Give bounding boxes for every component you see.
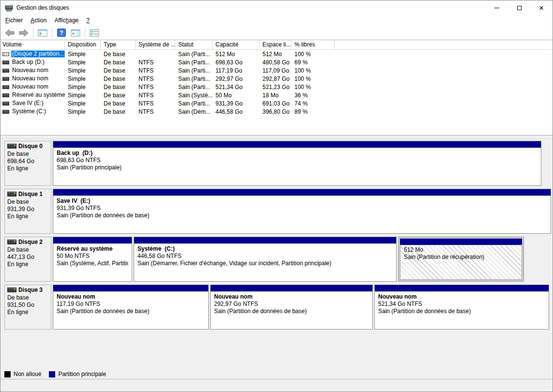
menu-action[interactable]: Action (27, 15, 50, 25)
menu-label-key: ? (86, 17, 90, 24)
cell-capacite: 292,97 Go (213, 75, 260, 83)
table-row[interactable]: (Disque 2 partition... Simple De base Sa… (0, 50, 553, 58)
col-disposition[interactable]: Disposition (65, 40, 101, 49)
cell-capacite: 446,58 Go (213, 107, 260, 116)
legend-label-non-alloue: Non alloué (14, 371, 41, 377)
partition-size: 931,39 Go NTFS (57, 205, 547, 212)
cell-filesystem: NTFS (136, 83, 175, 91)
cell-type: De base (101, 91, 136, 99)
cell-espace: 521,23 Go (260, 83, 292, 91)
cell-filesystem: NTFS (136, 75, 175, 83)
col-filesystem[interactable]: Système de ... (136, 40, 175, 49)
col-type[interactable]: Type (101, 40, 136, 49)
cell-statut: Sain (Dém... (175, 107, 213, 116)
menu-help[interactable]: ? (82, 15, 93, 25)
cell-statut: Sain (Parti... (175, 99, 213, 107)
disk-management-window: Gestion des disques ✕ Fichier Action Aff… (0, 0, 553, 392)
col-volume[interactable]: Volume (0, 40, 65, 49)
cell-type: De base (101, 66, 136, 75)
table-row[interactable]: Nouveau nom Simple De base NTFS Sain (Pa… (0, 66, 553, 75)
partition-nouveau-nom-3[interactable]: Nouveau nom 521,34 Go NTFS Sain (Partiti… (374, 285, 549, 330)
table-row[interactable]: Back up (D:) Simple De base NTFS Sain (P… (0, 58, 553, 66)
partition-name: Système (C:) (138, 245, 393, 253)
pane-splitter[interactable] (0, 135, 553, 139)
svg-text:?: ? (60, 30, 63, 36)
volume-name: Nouveau nom (11, 83, 65, 90)
show-console-tree-button[interactable] (36, 27, 49, 39)
cell-type: De base (101, 83, 136, 91)
table-row[interactable]: Système (C:) Simple De base NTFS Sain (D… (0, 107, 553, 116)
cell-capacite: 521,34 Go (213, 83, 260, 91)
col-pct-libres[interactable]: % libres (292, 40, 335, 49)
cell-capacite: 117,19 Go (213, 66, 260, 75)
help-icon: ? (57, 29, 66, 37)
disk-panel-2[interactable]: Disque 2 De base 447,13 Go En ligne (4, 237, 51, 282)
table-row[interactable]: Réservé au système Simple De base NTFS S… (0, 91, 553, 99)
volume-cell: Back up (D:) (0, 58, 65, 66)
toolbar-separator (85, 28, 85, 38)
volume-table-header: Volume Disposition Type Système de ... S… (0, 40, 553, 50)
table-row[interactable]: Nouveau nom Simple De base NTFS Sain (Pa… (0, 75, 553, 83)
cell-filesystem: NTFS (136, 99, 175, 107)
cell-statut: Sain (Parti... (175, 50, 213, 58)
cell-statut: Sain (Parti... (175, 58, 213, 66)
disk-name: Disque 1 (18, 191, 43, 197)
disk-status: En ligne (7, 213, 48, 220)
cell-libres: 36 % (292, 91, 335, 99)
partition-size: 512 Mo (404, 246, 518, 254)
partition-systeme-c[interactable]: Système (C:) 446,58 Go NTFS Sain (Démarr… (134, 237, 397, 282)
menu-affichage[interactable]: Affichage (50, 15, 82, 25)
cell-libres: 100 % (292, 75, 335, 83)
col-capacite[interactable]: Capacité (213, 40, 260, 49)
volume-name: Back up (D:) (11, 59, 65, 66)
volume-cell: (Disque 2 partition... (0, 50, 65, 58)
col-statut[interactable]: Statut (175, 40, 213, 49)
table-row[interactable]: Nouveau nom Simple De base NTFS Sain (Pa… (0, 83, 553, 91)
volume-cell: Save IV (E:) (0, 99, 65, 107)
forward-button[interactable] (17, 27, 30, 39)
partition-status: Sain (Partition de données de base) (378, 308, 545, 315)
drive-icon (2, 85, 9, 89)
disk-panel-1[interactable]: Disque 1 De base 931,39 Go En ligne (4, 189, 51, 234)
forward-arrow-icon (19, 29, 29, 37)
close-button[interactable]: ✕ (530, 0, 553, 15)
minimize-button[interactable] (486, 0, 508, 15)
partition-save-iv-e[interactable]: Save IV (E:) 931,39 Go NTFS Sain (Partit… (53, 189, 551, 234)
menu-fichier[interactable]: Fichier (1, 15, 27, 25)
maximize-button[interactable] (508, 0, 530, 15)
disk-panel-3[interactable]: Disque 3 De base 931,50 Go En ligne (4, 285, 51, 330)
drive-icon (2, 102, 9, 106)
volume-name: Réservé au système (11, 91, 65, 99)
disk-panel-0[interactable]: Disque 0 De base 698,64 Go En ligne (4, 141, 51, 186)
cell-disposition: Simple (65, 99, 101, 107)
disk-row: Disque 3 De base 931,50 Go En ligne Nouv… (4, 285, 553, 330)
partition-reserve-systeme[interactable]: Réservé au système 50 Mo NTFS Sain (Syst… (53, 237, 132, 282)
col-espace-libre[interactable]: Espace li... (260, 40, 292, 49)
volume-name: Nouveau nom (11, 67, 65, 74)
menu-bar: Fichier Action Affichage ? (0, 15, 553, 26)
properties-button[interactable] (88, 27, 101, 39)
cell-disposition: Simple (65, 75, 101, 83)
back-button[interactable] (3, 27, 16, 39)
partition-size: 446,58 Go NTFS (138, 253, 393, 260)
volume-cell: Nouveau nom (0, 75, 65, 83)
show-action-pane-button[interactable] (69, 27, 82, 39)
cell-disposition: Simple (65, 58, 101, 66)
partition-nouveau-nom-1[interactable]: Nouveau nom 117,19 Go NTFS Sain (Partiti… (53, 285, 209, 330)
disk-size: 447,13 Go (7, 254, 48, 261)
help-button[interactable]: ? (55, 27, 68, 39)
cell-libres: 100 % (292, 50, 335, 58)
cell-filesystem: NTFS (136, 91, 175, 99)
cell-capacite: 698,63 Go (213, 58, 260, 66)
partition-nouveau-nom-2[interactable]: Nouveau nom 292,97 Go NTFS Sain (Partiti… (210, 285, 373, 330)
partition-size: 292,97 Go NTFS (214, 301, 369, 308)
disk-status: En ligne (7, 309, 48, 316)
partition-size: 50 Mo NTFS (57, 253, 128, 260)
partition-backup-d[interactable]: Back up (D:) 698,63 Go NTFS Sain (Partit… (53, 141, 541, 186)
disk-name: Disque 0 (18, 143, 43, 150)
legend: Non alloué Partition principale (0, 369, 553, 379)
table-row[interactable]: Save IV (E:) Simple De base NTFS Sain (P… (0, 99, 553, 107)
cell-disposition: Simple (65, 66, 101, 75)
partition-name: Réservé au système (57, 245, 128, 253)
partition-recuperation-selected[interactable]: 512 Mo Sain (Partition de récupération) (398, 237, 524, 282)
